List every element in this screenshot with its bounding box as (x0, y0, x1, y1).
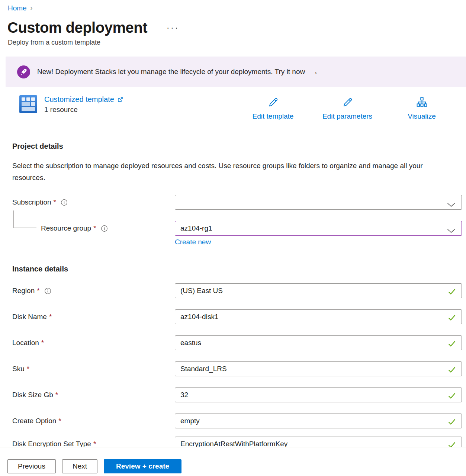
required-marker: * (41, 339, 44, 347)
pencil-icon (267, 97, 279, 110)
field-row-disk-size-gb: Disk Size Gb * 32 (12, 387, 466, 402)
pencil-icon (342, 97, 353, 110)
template-icon (19, 95, 37, 113)
required-marker: * (49, 313, 52, 321)
resource-group-label: Resource group (41, 224, 91, 232)
chevron-down-icon (447, 227, 455, 235)
project-details-heading: Project details (12, 142, 466, 152)
more-options-button[interactable]: ··· (167, 25, 179, 30)
breadcrumb: Home › (0, 0, 466, 13)
field-row-create-option: Create Option * empty (12, 414, 466, 428)
review-create-button[interactable]: Review + create (104, 459, 181, 473)
valid-check-icon (448, 418, 456, 427)
location-input[interactable]: eastus (175, 335, 462, 350)
sku-input[interactable]: Standard_LRS (175, 361, 462, 376)
required-marker: * (58, 417, 61, 425)
info-icon[interactable] (44, 287, 51, 295)
page-title: Custom deployment (7, 19, 147, 36)
disk-name-label: Disk Name (12, 313, 47, 321)
required-marker: * (27, 365, 29, 373)
create-new-link[interactable]: Create new (175, 238, 211, 248)
required-marker: * (93, 224, 96, 232)
create-option-input[interactable]: empty (175, 414, 462, 428)
region-input[interactable]: (US) East US (175, 283, 462, 298)
field-row-subscription: Subscription * (12, 195, 466, 210)
required-marker: * (37, 287, 39, 295)
field-row-region: Region * (US) East US (12, 283, 466, 298)
valid-check-icon (448, 340, 456, 348)
create-option-label: Create Option (12, 417, 56, 425)
info-icon[interactable] (101, 225, 108, 232)
edit-parameters-button[interactable]: Edit parameters (319, 97, 375, 120)
wizard-footer: Previous Next Review + create (0, 447, 466, 476)
rocket-icon (17, 65, 30, 78)
instance-details-heading: Instance details (12, 265, 466, 274)
breadcrumb-chevron-icon: › (30, 4, 33, 12)
valid-check-icon (448, 314, 456, 322)
field-row-sku: Sku * Standard_LRS (12, 361, 466, 376)
edit-template-button[interactable]: Edit template (245, 97, 301, 120)
region-label: Region (12, 287, 35, 295)
hierarchy-connector-line (13, 210, 36, 228)
page-subtitle: Deploy from a custom template (8, 39, 466, 48)
subscription-label: Subscription (12, 198, 51, 206)
info-icon[interactable] (61, 199, 68, 206)
banner-text[interactable]: New! Deployment Stacks let you manage th… (37, 68, 305, 76)
deployment-stacks-banner[interactable]: New! Deployment Stacks let you manage th… (6, 57, 466, 87)
project-details-description: Select the subscription to manage deploy… (12, 160, 440, 184)
arrow-right-icon: → (310, 67, 318, 77)
valid-check-icon (448, 392, 456, 401)
sku-label: Sku (12, 365, 25, 373)
customized-template-link[interactable]: Customized template (44, 95, 123, 104)
field-row-disk-name: Disk Name * az104-disk1 (12, 309, 466, 324)
resource-group-dropdown[interactable]: az104-rg1 (175, 221, 462, 236)
valid-check-icon (448, 366, 456, 374)
org-chart-icon (416, 97, 428, 110)
previous-button[interactable]: Previous (7, 459, 56, 473)
visualize-button[interactable]: Visualize (394, 97, 450, 120)
required-marker: * (54, 198, 56, 206)
chevron-down-icon (447, 201, 455, 209)
disk-name-input[interactable]: az104-disk1 (175, 309, 462, 324)
disk-size-gb-label: Disk Size Gb (12, 391, 53, 399)
field-row-location: Location * eastus (12, 335, 466, 350)
disk-size-gb-input[interactable]: 32 (175, 387, 462, 402)
template-resource-count: 1 resource (44, 106, 123, 114)
external-link-icon (117, 96, 123, 103)
required-marker: * (55, 391, 58, 399)
subscription-dropdown[interactable] (175, 195, 462, 210)
field-row-resource-group: Resource group * az104-rg1 (12, 221, 466, 236)
next-button[interactable]: Next (62, 459, 97, 473)
valid-check-icon (448, 288, 456, 296)
breadcrumb-home-link[interactable]: Home (8, 4, 27, 12)
location-label: Location (12, 339, 39, 347)
